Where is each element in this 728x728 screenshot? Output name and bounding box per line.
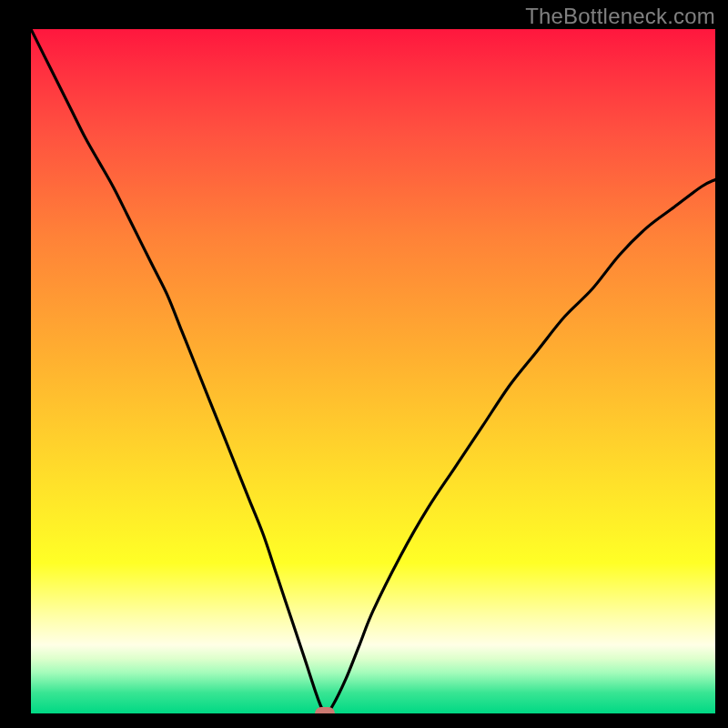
plot-area (31, 29, 715, 713)
curve-path (31, 29, 715, 713)
bottleneck-curve (31, 29, 715, 713)
chart-container: TheBottleneck.com (0, 0, 728, 728)
watermark-label: TheBottleneck.com (525, 4, 715, 29)
optimum-marker (315, 707, 335, 713)
